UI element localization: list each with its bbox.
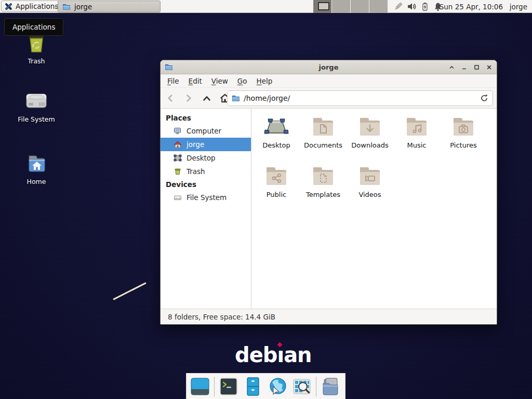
music-folder-icon	[404, 114, 429, 139]
application-finder-icon	[291, 376, 312, 397]
battery-icon[interactable]	[420, 2, 430, 11]
menu-help[interactable]: Help	[252, 75, 277, 87]
sidebar-item-file-system[interactable]: File System	[161, 191, 251, 204]
desktop-special-icon	[264, 114, 289, 139]
debian-logo: debıan	[235, 343, 297, 367]
side-pane: Places Computer jorge	[161, 109, 251, 310]
home-icon	[174, 140, 182, 149]
sidebar-item-trash[interactable]: Trash	[161, 165, 251, 178]
web-browser-launcher[interactable]	[267, 376, 288, 397]
desktop-icon-home[interactable]: Home	[11, 151, 61, 185]
applications-icon	[4, 2, 13, 11]
path-folder-icon	[232, 94, 240, 102]
forward-button[interactable]	[180, 90, 197, 106]
status-text: 8 folders, Free space: 14.4 GiB	[168, 313, 275, 321]
web-browser-icon	[267, 376, 288, 397]
file-item-templates[interactable]: Templates	[300, 163, 347, 212]
documents-folder-icon	[311, 114, 336, 139]
window-titlebar[interactable]: jorge	[161, 60, 497, 74]
file-item-downloads[interactable]: Downloads	[347, 114, 393, 163]
dock-panel	[186, 373, 345, 399]
path-text[interactable]: /home/jorge/	[244, 94, 476, 102]
panel-clock[interactable]: Sun 25 Apr, 10:06	[440, 0, 503, 13]
dock-separator	[214, 377, 215, 396]
file-item-desktop[interactable]: Desktop	[253, 114, 300, 163]
terminal-icon	[218, 376, 239, 397]
places-header: Places	[161, 112, 251, 124]
trash-small-icon	[174, 167, 182, 176]
top-panel: Applications jorge	[0, 0, 532, 13]
folder-icon	[62, 3, 71, 11]
application-finder-launcher[interactable]	[291, 376, 312, 397]
minimize-button[interactable]	[460, 64, 468, 71]
up-button[interactable]	[198, 90, 215, 106]
workspace-pager	[313, 0, 388, 13]
sidebar-item-computer[interactable]: Computer	[161, 124, 251, 138]
desktop-icon	[174, 154, 182, 162]
path-bar[interactable]: /home/jorge/	[227, 90, 493, 106]
menu-edit[interactable]: Edit	[184, 75, 207, 87]
devices-header: Devices	[161, 178, 251, 191]
tray-pen-icon[interactable]	[393, 2, 403, 11]
home-folder-icon	[23, 151, 49, 176]
menu-file[interactable]: File	[163, 75, 184, 87]
directory-folder-icon	[320, 376, 341, 397]
back-button[interactable]	[162, 90, 179, 106]
sidebar-item-jorge[interactable]: jorge	[161, 138, 251, 151]
pictures-folder-icon	[451, 114, 476, 139]
taskbar-window-label: jorge	[74, 3, 92, 11]
templates-folder-icon	[311, 163, 336, 188]
desktop-icon-file-system[interactable]: File System	[11, 88, 61, 123]
file-item-videos[interactable]: Videos	[347, 163, 393, 212]
workspace-2[interactable]	[332, 0, 351, 13]
drive-icon	[174, 193, 182, 202]
public-folder-icon	[264, 163, 289, 188]
status-bar: 8 folders, Free space: 14.4 GiB	[161, 309, 497, 324]
volume-icon[interactable]	[407, 2, 417, 11]
downloads-folder-icon	[357, 114, 382, 139]
toolbar: /home/jorge/	[161, 88, 497, 109]
system-tray	[393, 0, 443, 13]
dock-separator	[316, 377, 316, 396]
panel-user-menu[interactable]: jorge	[510, 0, 527, 13]
panel-handle[interactable]	[54, 0, 57, 13]
workspace-4[interactable]	[369, 0, 388, 13]
terminal-launcher[interactable]	[218, 376, 239, 397]
taskbar-window-button[interactable]: jorge	[58, 1, 161, 12]
menu-go[interactable]: Go	[233, 75, 252, 87]
file-cabinet-icon	[243, 376, 263, 397]
file-item-pictures[interactable]: Pictures	[440, 114, 487, 163]
directory-menu-button[interactable]	[320, 376, 341, 397]
window-icon	[165, 63, 173, 71]
reload-button[interactable]	[480, 94, 488, 102]
close-button[interactable]	[485, 64, 493, 71]
videos-folder-icon	[357, 163, 382, 188]
file-item-documents[interactable]: Documents	[300, 114, 347, 163]
applications-menu-label: Applications	[16, 2, 58, 10]
workspace-window-preview	[318, 2, 329, 10]
menubar: File Edit View Go Help	[161, 74, 497, 88]
show-desktop-icon	[190, 376, 210, 397]
workspace-3[interactable]	[351, 0, 369, 13]
menu-view[interactable]: View	[207, 75, 233, 87]
file-item-public[interactable]: Public	[253, 163, 300, 212]
shade-button[interactable]	[448, 64, 455, 71]
window-title: jorge	[319, 63, 339, 71]
computer-icon	[174, 127, 182, 135]
maximize-button[interactable]	[473, 64, 480, 71]
file-list: Desktop Documents Downloads	[251, 109, 497, 310]
workspace-1[interactable]	[313, 0, 332, 13]
hard-drive-icon	[23, 88, 49, 113]
file-manager-window: jorge File Edit View Go Help	[160, 60, 497, 325]
file-manager-launcher[interactable]	[243, 376, 263, 397]
show-desktop-button[interactable]	[190, 376, 210, 397]
file-item-music[interactable]: Music	[393, 114, 440, 163]
applications-tooltip: Applications	[4, 18, 63, 36]
sidebar-item-desktop[interactable]: Desktop	[161, 151, 251, 165]
